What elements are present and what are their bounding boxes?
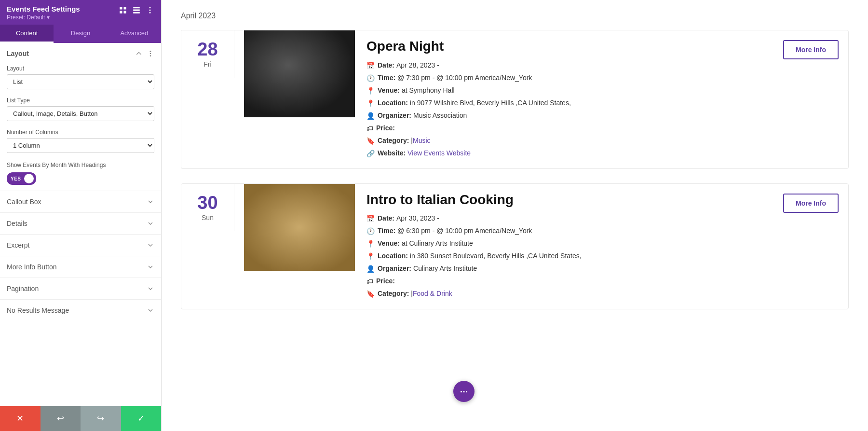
svg-point-15	[287, 42, 312, 71]
sidebar-preset[interactable]: Preset: Default ▾	[7, 14, 80, 21]
details-header[interactable]: Details	[0, 213, 161, 234]
list-type-field-group: List Type Callout, Image, Details, Butto…	[0, 94, 161, 126]
venue-value-cooking: at Culinary Arts Institute	[402, 238, 473, 249]
sidebar-body: Layout Layout List Grid List Type Callou…	[0, 43, 161, 431]
pagination-chevron-icon	[147, 285, 154, 292]
tag-icon-cooking: 🏷	[366, 277, 373, 287]
toggle-label: Show Events By Month With Headings	[7, 162, 154, 168]
columns-field-group: Number of Columns 1 Column 2 Columns 3 C…	[0, 126, 161, 158]
pagination-title: Pagination	[7, 285, 39, 292]
excerpt-section: Excerpt	[0, 234, 161, 256]
event-date-row-cooking: 📅 Date: Apr 30, 2023 -	[366, 213, 757, 224]
layout-field-group: Layout List Grid	[0, 62, 161, 94]
bookmark-icon-cooking: 🔖	[366, 289, 375, 299]
no-results-header[interactable]: No Results Message	[0, 300, 161, 321]
date-label-opera: Date:	[378, 60, 394, 70]
svg-point-7	[149, 7, 151, 8]
event-category-row-opera: 🔖 Category: | Music	[366, 136, 757, 146]
excerpt-chevron-icon	[147, 241, 154, 249]
more-info-button-header[interactable]: More Info Button	[0, 256, 161, 278]
undo-button[interactable]: ↩	[41, 406, 81, 431]
no-results-title: No Results Message	[7, 306, 69, 314]
svg-rect-16	[295, 74, 304, 98]
tab-advanced[interactable]: Advanced	[108, 25, 161, 43]
svg-rect-5	[133, 10, 140, 11]
date-value-opera: Apr 28, 2023 -	[396, 60, 439, 70]
more-info-button-opera[interactable]: More Info	[783, 40, 839, 59]
event-image-cooking	[244, 184, 355, 271]
svg-rect-13	[244, 30, 355, 117]
save-button[interactable]: ✓	[121, 406, 162, 431]
event-action-cooking: More Info	[771, 184, 848, 222]
sidebar-tabs: Content Design Advanced	[0, 25, 161, 43]
excerpt-header[interactable]: Excerpt	[0, 235, 161, 256]
price-label-opera: Price:	[376, 123, 395, 133]
website-link-opera[interactable]: View Events Website	[407, 148, 471, 158]
category-label-opera: Category:	[378, 136, 409, 146]
category-link-opera[interactable]: Music	[413, 136, 431, 146]
event-details-opera: Opera Night 📅 Date: Apr 28, 2023 - 🕐 Tim…	[365, 30, 761, 168]
tab-content[interactable]: Content	[0, 25, 54, 43]
more-info-button-section: More Info Button	[0, 256, 161, 278]
event-time-row-cooking: 🕐 Time: @ 6:30 pm - @ 10:00 pm America/N…	[366, 226, 757, 236]
calendar-icon-opera: 📅	[366, 61, 375, 71]
list-type-label: List Type	[7, 97, 154, 104]
event-title-cooking: Intro to Italian Cooking	[366, 192, 757, 208]
tab-design[interactable]: Design	[54, 25, 107, 43]
expand-icon[interactable]	[119, 6, 127, 14]
layout-options-icon[interactable]	[147, 50, 154, 57]
toggle-yes-label: YES	[11, 176, 21, 181]
event-location-row-cooking: 📍 Location: in 380 Sunset Boulevard, Bev…	[366, 251, 757, 262]
link-icon-opera: 🔗	[366, 149, 375, 159]
time-label-opera: Time:	[378, 73, 395, 83]
floating-action-bubble[interactable]: ···	[453, 381, 475, 402]
toggle-row: Show Events By Month With Headings YES	[0, 158, 161, 191]
pagination-header[interactable]: Pagination	[0, 278, 161, 299]
grid-icon[interactable]	[132, 6, 141, 14]
svg-point-22	[258, 218, 340, 266]
tag-icon-opera: 🏷	[366, 124, 373, 134]
event-title-opera: Opera Night	[366, 38, 757, 55]
event-time-row-opera: 🕐 Time: @ 7:30 pm - @ 10:00 pm America/N…	[366, 73, 757, 83]
redo-button[interactable]: ↪	[81, 406, 121, 431]
sidebar-title: Events Feed Settings	[7, 5, 80, 13]
event-action-opera: More Info	[771, 30, 848, 69]
opera-singer-illustration	[244, 30, 355, 117]
more-options-icon[interactable]	[146, 6, 154, 14]
toggle-switch[interactable]: YES	[7, 172, 36, 185]
location-value-opera: in 9077 Wilshire Blvd, Beverly Hills ,CA…	[410, 98, 571, 108]
calendar-icon-cooking: 📅	[366, 214, 375, 224]
no-results-section: No Results Message	[0, 299, 161, 321]
event-date-day-cooking: Sun	[202, 214, 214, 222]
callout-box-header[interactable]: Callout Box	[0, 191, 161, 212]
event-card-opera-night: 28 Fri Opera Night 📅	[181, 30, 849, 169]
price-label-cooking: Price:	[376, 276, 395, 286]
venue-label-opera: Venue:	[378, 85, 400, 96]
svg-rect-3	[124, 11, 126, 14]
date-label-cooking: Date:	[378, 213, 394, 223]
organizer-value-opera: Music Association	[413, 111, 467, 121]
svg-point-19	[283, 35, 302, 59]
svg-rect-2	[120, 11, 122, 14]
event-date-day-opera: Fri	[203, 60, 211, 68]
svg-point-11	[150, 53, 151, 55]
layout-chevron-up-icon[interactable]	[135, 50, 143, 57]
svg-rect-4	[133, 7, 140, 8]
category-link-cooking[interactable]: Food & Drink	[413, 289, 452, 299]
list-type-select[interactable]: Callout, Image, Details, Button Image, D…	[7, 106, 154, 121]
columns-select[interactable]: 1 Column 2 Columns 3 Columns	[7, 138, 154, 153]
category-label-cooking: Category:	[378, 289, 409, 299]
organizer-value-cooking: Culinary Arts Institute	[413, 264, 477, 274]
event-venue-row-opera: 📍 Venue: at Symphony Hall	[366, 85, 757, 96]
sidebar-header-icons	[119, 6, 154, 14]
cooking-illustration	[244, 184, 355, 271]
event-location-row-opera: 📍 Location: in 9077 Wilshire Blvd, Bever…	[366, 98, 757, 109]
location-label-opera: Location:	[378, 98, 408, 108]
event-venue-row-cooking: 📍 Venue: at Culinary Arts Institute	[366, 238, 757, 249]
event-card-italian-cooking: 30 Sun Intro to Ita	[181, 183, 849, 310]
event-organizer-row-cooking: 👤 Organizer: Culinary Arts Institute	[366, 264, 757, 274]
pin-icon-cooking-venue: 📍	[366, 239, 375, 249]
layout-select[interactable]: List Grid	[7, 74, 154, 89]
close-button[interactable]: ✕	[0, 406, 41, 431]
more-info-button-cooking[interactable]: More Info	[783, 194, 839, 213]
